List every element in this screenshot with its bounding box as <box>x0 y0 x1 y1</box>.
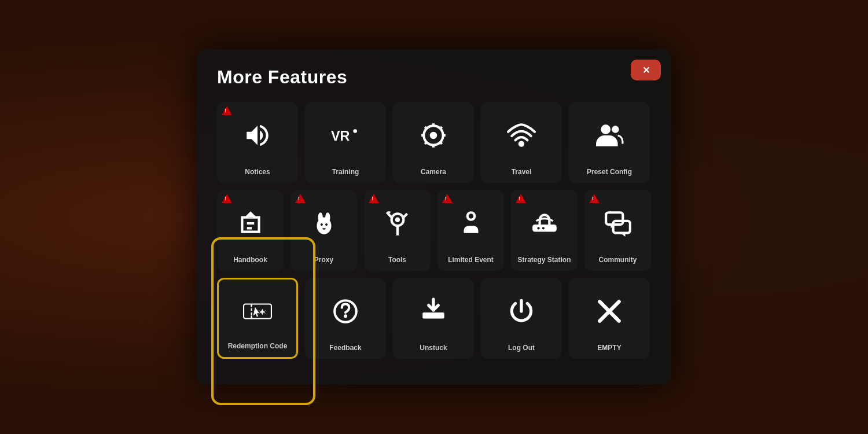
grid-row-2: Handbook <box>217 190 651 271</box>
notices-button[interactable]: Notices <box>217 102 298 183</box>
users-icon <box>595 108 624 163</box>
vr-icon: VR <box>331 108 360 163</box>
svg-point-27 <box>468 214 473 219</box>
community-button[interactable]: Community <box>584 190 651 271</box>
training-button[interactable]: VR Training <box>305 102 386 183</box>
travel-label: Travel <box>512 168 532 177</box>
camera-icon <box>419 108 448 163</box>
notices-badge <box>222 105 232 116</box>
tools-icon <box>383 196 412 251</box>
proxy-icon <box>310 196 339 251</box>
camera-label: Camera <box>421 168 446 177</box>
log-out-label: Log Out <box>508 344 535 353</box>
x-icon <box>595 284 624 339</box>
training-label: Training <box>332 168 359 177</box>
more-features-modal: More Features <box>197 49 671 385</box>
handbook-icon <box>236 196 265 251</box>
proxy-button[interactable]: Proxy <box>290 190 357 271</box>
svg-point-30 <box>542 227 544 229</box>
svg-line-9 <box>440 127 442 128</box>
proxy-badge <box>295 193 306 204</box>
empty-button[interactable]: EMPTY <box>569 278 650 359</box>
svg-line-25 <box>403 214 407 218</box>
limited-event-label: Limited Event <box>448 256 494 265</box>
travel-button[interactable]: Travel <box>481 102 562 183</box>
unstuck-label: Unstuck <box>420 344 447 353</box>
svg-point-29 <box>537 227 539 229</box>
modal-title: More Features <box>217 67 651 88</box>
preset-config-button[interactable]: Preset Config <box>569 102 650 183</box>
modal-backdrop: More Features <box>0 0 868 434</box>
wifi-icon <box>507 108 536 163</box>
handbook-badge <box>222 193 232 204</box>
community-label: Community <box>599 256 637 265</box>
grid-row-3: Redemption Code Feedback <box>217 278 651 359</box>
tools-label: Tools <box>388 256 406 265</box>
tools-button[interactable]: Tools <box>364 190 431 271</box>
svg-rect-23 <box>396 226 398 236</box>
svg-point-13 <box>601 124 610 134</box>
unstuck-icon <box>419 284 448 339</box>
camera-button[interactable]: Camera <box>393 102 474 183</box>
svg-point-36 <box>344 314 347 318</box>
log-out-button[interactable]: Log Out <box>481 278 562 359</box>
feedback-label: Feedback <box>329 344 361 353</box>
svg-point-11 <box>430 132 437 139</box>
ticket-icon <box>243 285 272 337</box>
empty-label: EMPTY <box>597 344 621 353</box>
strategy-station-label: Strategy Station <box>517 256 571 265</box>
person-icon <box>457 196 486 251</box>
limited-event-badge <box>442 193 453 204</box>
router-icon <box>530 196 559 251</box>
unstuck-button[interactable]: Unstuck <box>393 278 474 359</box>
svg-point-1 <box>353 129 357 133</box>
svg-point-19 <box>320 223 322 226</box>
community-badge <box>589 193 599 204</box>
tools-badge <box>369 193 379 204</box>
redemption-code-label: Redemption Code <box>228 342 288 351</box>
handbook-label: Handbook <box>233 256 267 265</box>
redemption-code-button[interactable]: Redemption Code <box>217 278 298 359</box>
svg-point-17 <box>318 212 322 222</box>
grid-row-1: Notices VR Training <box>217 102 651 183</box>
notices-label: Notices <box>245 168 270 177</box>
strategy-station-button[interactable]: Strategy Station <box>511 190 578 271</box>
preset-config-label: Preset Config <box>587 168 632 177</box>
svg-point-12 <box>520 142 523 146</box>
svg-line-10 <box>425 142 426 144</box>
svg-point-22 <box>395 218 399 222</box>
strategy-station-badge <box>516 193 526 204</box>
feedback-icon <box>331 284 360 339</box>
svg-point-18 <box>325 212 330 222</box>
power-icon <box>507 284 536 339</box>
svg-text:VR: VR <box>331 128 350 144</box>
megaphone-icon <box>243 108 272 163</box>
svg-point-20 <box>325 223 328 226</box>
handbook-button[interactable]: Handbook <box>217 190 284 271</box>
chat-icon <box>604 196 632 251</box>
limited-event-button[interactable]: Limited Event <box>437 190 504 271</box>
svg-line-7 <box>425 127 426 128</box>
close-button[interactable] <box>631 60 661 80</box>
proxy-label: Proxy <box>314 256 333 265</box>
feedback-button[interactable]: Feedback <box>305 278 386 359</box>
svg-point-14 <box>612 126 619 134</box>
svg-line-24 <box>388 214 391 218</box>
svg-rect-37 <box>422 312 444 318</box>
svg-line-8 <box>440 142 442 144</box>
